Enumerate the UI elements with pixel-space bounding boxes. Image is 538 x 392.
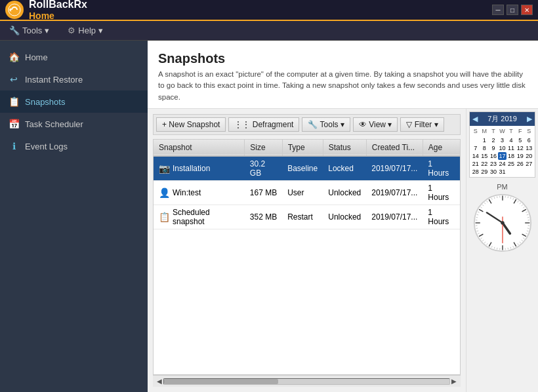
- calendar-day[interactable]: 8: [480, 144, 489, 152]
- snapshot-main: + New Snapshot ⋮⋮ Defragment 🔧 Tools ▾ 👁…: [148, 109, 466, 392]
- calendar-grid: S M T W T F S 12345678910111213141516171…: [470, 126, 535, 177]
- weekday-3: W: [498, 127, 507, 135]
- calendar-day[interactable]: 17: [498, 152, 507, 160]
- new-snapshot-button[interactable]: + New Snapshot: [156, 117, 226, 132]
- tools-label: Tools: [22, 26, 42, 35]
- calendar-day[interactable]: 15: [480, 152, 489, 160]
- sidebar-label-snapshots: Snapshots: [25, 97, 65, 107]
- calendar-day[interactable]: 27: [524, 160, 533, 168]
- sidebar-item-task-scheduler[interactable]: 📅 Task Scheduler: [0, 113, 148, 135]
- snapshots-data-table: Snapshot Size Type Status Created Ti... …: [154, 140, 460, 229]
- calendar-day[interactable]: 29: [480, 168, 489, 176]
- page-description: A snapshot is an exact "picture" of the …: [158, 69, 528, 103]
- app-edition: Home: [29, 10, 54, 21]
- table-row[interactable]: 📋 Scheduled snapshot 352 MB Restart Unlo…: [154, 205, 460, 229]
- sidebar: 🏠 Home ↩ Instant Restore 📋 Snapshots 📅 T…: [0, 41, 148, 392]
- calendar-day[interactable]: 20: [524, 152, 533, 160]
- calendar-next[interactable]: ▶: [527, 115, 532, 123]
- calendar-day[interactable]: 19: [516, 152, 525, 160]
- table-header-row: Snapshot Size Type Status Created Ti... …: [154, 140, 460, 156]
- calendar-day[interactable]: 13: [524, 144, 533, 152]
- instant-restore-icon: ↩: [8, 73, 20, 85]
- calendar-day[interactable]: 3: [498, 136, 507, 144]
- calendar-day[interactable]: 21: [471, 160, 480, 168]
- tools-dropdown-button[interactable]: 🔧 Tools ▾: [302, 117, 350, 132]
- sidebar-item-home[interactable]: 🏠 Home: [0, 46, 148, 68]
- filter-dropdown-label: ▽ Filter ▾: [406, 120, 438, 129]
- col-type[interactable]: Type: [282, 140, 323, 156]
- svg-point-66: [501, 221, 504, 224]
- calendar-day[interactable]: 26: [516, 160, 525, 168]
- calendar-days: 1234567891011121314151617181920212223242…: [471, 136, 533, 176]
- weekday-4: T: [507, 127, 516, 135]
- calendar-day[interactable]: 10: [498, 144, 507, 152]
- calendar-day[interactable]: 7: [471, 144, 480, 152]
- table-header: Snapshot Size Type Status Created Ti... …: [154, 140, 460, 156]
- calendar-day[interactable]: 9: [489, 144, 498, 152]
- calendar-day[interactable]: 2: [489, 136, 498, 144]
- main-layout: 🏠 Home ↩ Instant Restore 📋 Snapshots 📅 T…: [0, 41, 538, 392]
- col-age[interactable]: Age: [423, 140, 460, 156]
- person-icon: 👤: [159, 187, 170, 198]
- calendar-day[interactable]: 30: [489, 168, 498, 176]
- calendar-day[interactable]: 23: [489, 160, 498, 168]
- sidebar-label-task-scheduler: Task Scheduler: [25, 119, 83, 129]
- calendar-day: [471, 136, 480, 144]
- tools-menu[interactable]: 🔧 Tools ▾: [5, 23, 53, 38]
- close-button[interactable]: ✕: [521, 5, 533, 15]
- calendar-day[interactable]: 14: [471, 152, 480, 160]
- weekday-0: S: [471, 127, 480, 135]
- calendar-day[interactable]: 31: [498, 168, 507, 176]
- sidebar-label-event-logs: Event Logs: [25, 142, 68, 151]
- scroll-track[interactable]: [163, 378, 450, 385]
- col-snapshot[interactable]: Snapshot: [154, 140, 245, 156]
- calendar: ◀ 7月 2019 ▶ S M T W T F S: [469, 111, 535, 178]
- scroll-left-arrow[interactable]: ◀: [155, 378, 163, 385]
- view-dropdown-button[interactable]: 👁 View ▾: [353, 117, 398, 132]
- maximize-button[interactable]: □: [507, 5, 518, 15]
- view-dropdown-label: 👁 View ▾: [359, 120, 392, 129]
- calendar-day[interactable]: 11: [507, 144, 516, 152]
- calendar-day[interactable]: 22: [480, 160, 489, 168]
- defragment-button[interactable]: ⋮⋮ Defragment: [228, 117, 299, 132]
- title-bar: RollBackRx Home ─ □ ✕: [0, 0, 538, 21]
- horizontal-scrollbar[interactable]: ◀ ▶: [153, 375, 461, 387]
- col-created[interactable]: Created Ti...: [366, 140, 423, 156]
- filter-dropdown-button[interactable]: ▽ Filter ▾: [400, 117, 444, 132]
- calendar-day[interactable]: 24: [498, 160, 507, 168]
- tools-icon: 🔧: [9, 26, 20, 35]
- scroll-right-arrow[interactable]: ▶: [450, 378, 458, 385]
- table-row[interactable]: 📷 Installation 30.2 GB Baseline Locked 2…: [154, 156, 460, 181]
- cell-size: 352 MB: [245, 205, 282, 229]
- help-menu[interactable]: ⚙ Help ▾: [64, 23, 107, 38]
- sidebar-item-event-logs[interactable]: ℹ Event Logs: [0, 135, 148, 157]
- cell-snapshot-name: 📷 Installation: [154, 156, 245, 181]
- calendar-day[interactable]: 1: [480, 136, 489, 144]
- title-bar-branding: RollBackRx Home: [5, 0, 87, 21]
- clock-face: [473, 193, 532, 252]
- scroll-thumb[interactable]: [164, 379, 278, 384]
- calendar-day[interactable]: 6: [524, 136, 533, 144]
- calendar-day[interactable]: 25: [507, 160, 516, 168]
- app-logo: [5, 1, 24, 19]
- table-row[interactable]: 👤 Win:test 167 MB User Unlocked 2019/07/…: [154, 180, 460, 205]
- calendar-day[interactable]: 12: [516, 144, 525, 152]
- calendar-day: [516, 168, 525, 176]
- minimize-button[interactable]: ─: [492, 5, 504, 15]
- calendar-day[interactable]: 18: [507, 152, 516, 160]
- calendar-day[interactable]: 28: [471, 168, 480, 176]
- cell-snapshot-name: 👤 Win:test: [154, 180, 245, 205]
- calendar-day[interactable]: 5: [516, 136, 525, 144]
- defragment-label: ⋮⋮ Defragment: [234, 120, 293, 129]
- sidebar-item-instant-restore[interactable]: ↩ Instant Restore: [0, 68, 148, 90]
- col-status[interactable]: Status: [323, 140, 366, 156]
- cell-snapshot-name: 📋 Scheduled snapshot: [154, 205, 245, 229]
- col-size[interactable]: Size: [245, 140, 282, 156]
- cell-type: User: [282, 180, 323, 205]
- window-controls: ─ □ ✕: [492, 5, 533, 15]
- calendar-prev[interactable]: ◀: [472, 115, 478, 123]
- calendar-day[interactable]: 16: [489, 152, 498, 160]
- sidebar-item-snapshots[interactable]: 📋 Snapshots: [0, 90, 148, 113]
- app-title-rollback: RollBack: [29, 0, 73, 10]
- calendar-day[interactable]: 4: [507, 136, 516, 144]
